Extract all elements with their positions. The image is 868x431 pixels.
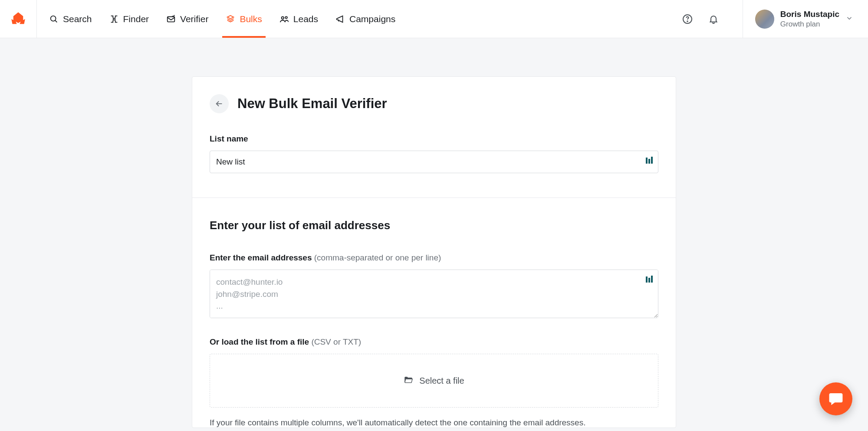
- user-menu[interactable]: Boris Mustapic Growth plan: [743, 0, 868, 38]
- email-label-text: Enter the email addresses: [210, 253, 312, 262]
- nav-campaigns[interactable]: Campaigns: [335, 0, 395, 38]
- brand-logo[interactable]: [0, 0, 37, 38]
- nav-search[interactable]: Search: [49, 0, 92, 38]
- campaigns-icon: [335, 14, 345, 24]
- nav-label: Verifier: [180, 14, 208, 24]
- select-file-button[interactable]: Select a file: [210, 354, 658, 408]
- svg-point-5: [285, 16, 287, 19]
- svg-rect-11: [646, 276, 648, 283]
- bulk-verifier-card: New Bulk Email Verifier List name Enter …: [192, 76, 676, 428]
- svg-rect-10: [651, 157, 653, 164]
- back-button[interactable]: [210, 94, 229, 113]
- verifier-icon: [166, 14, 176, 24]
- nav-label: Leads: [293, 14, 318, 24]
- section-heading: Enter your list of email addresses: [210, 219, 658, 232]
- extension-icon: [645, 157, 653, 165]
- file-label-hint: (CSV or TXT): [311, 337, 361, 346]
- email-field-label: Enter the email addresses (comma-separat…: [210, 253, 658, 263]
- page-title: New Bulk Email Verifier: [237, 96, 387, 112]
- nav-label: Finder: [123, 14, 149, 24]
- svg-point-2: [113, 18, 115, 20]
- svg-point-0: [51, 16, 56, 21]
- bulks-icon: [226, 14, 235, 24]
- svg-rect-12: [648, 278, 650, 283]
- file-button-label: Select a file: [419, 376, 464, 386]
- file-label-text: Or load the list from a file: [210, 337, 309, 346]
- file-field-label: Or load the list from a file (CSV or TXT…: [210, 337, 658, 347]
- svg-line-1: [55, 20, 57, 22]
- svg-point-4: [281, 16, 284, 19]
- nav-verifier[interactable]: Verifier: [166, 0, 208, 38]
- notifications-button[interactable]: [708, 13, 719, 25]
- help-button[interactable]: [682, 13, 693, 25]
- user-plan: Growth plan: [780, 20, 839, 29]
- svg-rect-13: [651, 276, 653, 283]
- nav-label: Search: [63, 14, 92, 24]
- svg-rect-3: [168, 16, 175, 22]
- nav-leads[interactable]: Leads: [279, 0, 318, 38]
- chat-launcher[interactable]: [819, 382, 852, 415]
- finder-icon: [109, 14, 119, 24]
- avatar: [755, 10, 774, 29]
- list-name-input[interactable]: [210, 151, 658, 173]
- nav-label: Campaigns: [349, 14, 395, 24]
- user-text: Boris Mustapic Growth plan: [780, 9, 839, 29]
- email-label-hint: (comma-separated or one per line): [314, 253, 441, 262]
- nav-finder[interactable]: Finder: [109, 0, 149, 38]
- nav-label: Bulks: [240, 14, 262, 24]
- svg-rect-8: [646, 158, 648, 164]
- folder-open-icon: [404, 375, 413, 387]
- email-addresses-textarea[interactable]: [210, 270, 658, 318]
- chevron-down-icon: [845, 14, 853, 24]
- file-note: If your file contains multiple columns, …: [210, 418, 658, 428]
- svg-point-7: [687, 21, 688, 22]
- user-name: Boris Mustapic: [780, 9, 839, 20]
- search-icon: [49, 14, 59, 24]
- main-nav: Search Finder Verifier Bulks Leads Campa…: [37, 0, 395, 38]
- svg-rect-9: [648, 159, 650, 164]
- extension-icon: [645, 276, 653, 283]
- list-name-label: List name: [210, 134, 658, 144]
- nav-bulks[interactable]: Bulks: [226, 0, 262, 38]
- leads-icon: [279, 14, 289, 24]
